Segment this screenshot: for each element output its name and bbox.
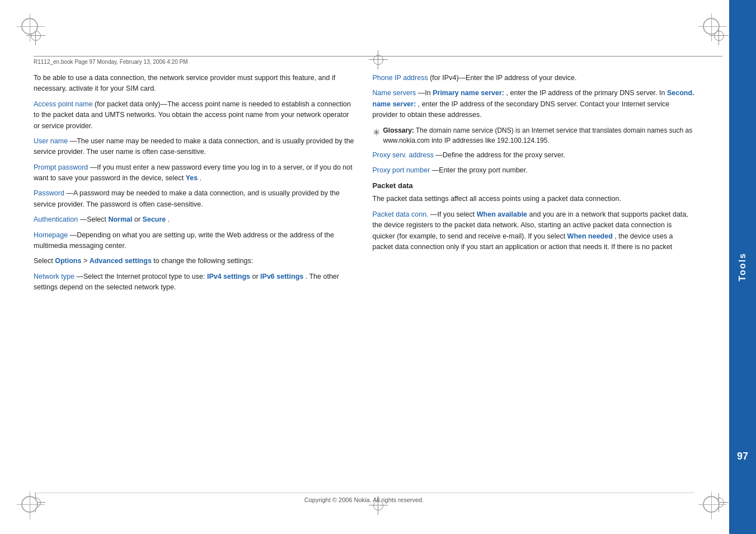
glossary-note: ✳ Glossary: The domain name service (DNS…	[373, 125, 695, 146]
or-text: or	[134, 216, 143, 223]
homepage-term: Homepage	[34, 231, 68, 239]
packet-data-conn-term: Packet data conn.	[373, 210, 429, 218]
copyright-text: Copyright © 2006 Nokia. All rights reser…	[304, 496, 424, 503]
note-content: Glossary: The domain name service (DNS) …	[383, 125, 695, 146]
phone-ip-text: (for IPv4)—Enter the IP address of your …	[430, 74, 576, 82]
sidebar-tab-text: Tools	[738, 252, 748, 281]
authentication-para: Authentication —Select Normal or Secure …	[34, 214, 356, 225]
packet-data-intro: The packet data settings affect all acce…	[373, 194, 695, 204]
authentication-end: .	[168, 216, 170, 223]
proxy-serv-term: Proxy serv. address	[373, 151, 434, 159]
user-name-text: —The user name may be needed to make a d…	[34, 137, 354, 156]
authentication-term: Authentication	[34, 216, 78, 223]
when-available-term: When available	[477, 210, 527, 218]
glossary-label: Glossary:	[383, 127, 414, 134]
phone-ip-para: Phone IP address (for IPv4)—Enter the IP…	[373, 73, 695, 83]
name-servers-text3: , enter the IP address of the secondary …	[373, 100, 670, 119]
prompt-password-end: .	[200, 174, 201, 182]
corner-decor-top-right	[703, 18, 720, 35]
when-needed-term: When needed	[567, 232, 613, 240]
greater-than: >	[83, 257, 90, 265]
content-area: To be able to use a data connection, the…	[34, 73, 694, 478]
packet-data-conn-text1: —If you select	[430, 210, 477, 218]
name-servers-para: Name servers —In Primary name server: , …	[373, 88, 695, 120]
prompt-password-term: Prompt password	[34, 163, 88, 171]
access-point-name-term: Access point name	[34, 100, 93, 108]
user-name-term: User name	[34, 137, 68, 145]
password-term: Password	[34, 189, 64, 197]
password-text: —A password may be needed to make a data…	[34, 189, 340, 208]
page-number-badge: 97	[729, 446, 756, 467]
proxy-port-term: Proxy port number	[373, 166, 430, 174]
name-servers-text2: , enter the IP address of the primary DN…	[506, 89, 667, 97]
name-servers-text1: —In	[418, 89, 433, 97]
intro-paragraph: To be able to use a data connection, the…	[34, 73, 356, 95]
options-advanced-text: to change the following settings:	[153, 257, 253, 265]
proxy-port-para: Proxy port number —Enter the proxy port …	[373, 165, 695, 176]
normal-term: Normal	[108, 216, 132, 223]
left-column: To be able to use a data connection, the…	[34, 73, 356, 478]
access-point-name-para: Access point name (for packet data only)…	[34, 99, 356, 132]
prompt-password-para: Prompt password —If you must enter a new…	[34, 162, 356, 184]
corner-decor-top-left	[21, 18, 38, 35]
right-column: Phone IP address (for IPv4)—Enter the IP…	[373, 73, 695, 478]
user-name-para: User name —The user name may be needed t…	[34, 136, 356, 158]
homepage-para: Homepage —Depending on what you are sett…	[34, 230, 356, 252]
footer: Copyright © 2006 Nokia. All rights reser…	[34, 493, 694, 503]
proxy-serv-text: —Define the address for the proxy server…	[436, 151, 565, 159]
name-servers-term: Name servers	[373, 89, 416, 97]
phone-ip-term: Phone IP address	[373, 74, 428, 82]
options-advanced-para: Select Options > Advanced settings to ch…	[34, 256, 356, 266]
primary-name-server-term: Primary name server:	[433, 89, 504, 97]
proxy-serv-para: Proxy serv. address —Define the address …	[373, 150, 695, 161]
page-container: Tools 97	[0, 0, 756, 534]
packet-data-heading: Packet data	[373, 180, 695, 191]
network-type-para: Network type —Select the Internet protoc…	[34, 271, 356, 293]
note-icon: ✳	[373, 126, 380, 146]
yes-term: Yes	[186, 174, 198, 182]
network-type-or: or	[252, 273, 261, 280]
file-info: R1112_en.book Page 97 Monday, February 1…	[34, 59, 188, 65]
secure-term: Secure	[143, 216, 166, 223]
ipv6-settings-term: IPv6 settings	[260, 273, 303, 280]
network-type-term: Network type	[34, 273, 74, 280]
advanced-settings-term: Advanced settings	[90, 257, 152, 265]
password-para: Password —A password may be needed to ma…	[34, 188, 356, 210]
select-text: Select	[34, 257, 55, 265]
corner-decor-bottom-right	[703, 496, 720, 513]
options-term: Options	[55, 257, 81, 265]
network-type-text: —Select the Internet protocol type to us…	[76, 273, 206, 280]
ipv4-settings-term: IPv4 settings	[207, 273, 250, 280]
packet-data-conn-para: Packet data conn. —If you select When av…	[373, 209, 695, 253]
glossary-text: The domain name service (DNS) is an Inte…	[383, 127, 693, 144]
page-number: 97	[737, 451, 748, 462]
homepage-text: —Depending on what you are setting up, w…	[34, 231, 334, 250]
authentication-text: —Select	[80, 216, 109, 223]
proxy-port-text: —Enter the proxy port number.	[432, 166, 528, 174]
